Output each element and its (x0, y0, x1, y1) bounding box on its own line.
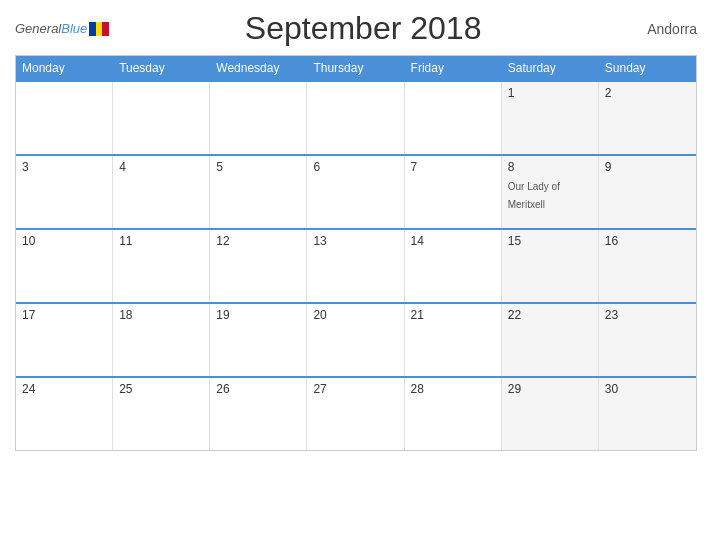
day-number: 16 (605, 234, 690, 248)
cal-cell-w4d1: 25 (113, 378, 210, 450)
cal-cell-w2d6: 16 (599, 230, 696, 302)
day-number: 24 (22, 382, 106, 396)
calendar-week-4: 17181920212223 (16, 302, 696, 376)
svg-rect-1 (96, 22, 102, 36)
cal-cell-w4d2: 26 (210, 378, 307, 450)
day-number: 12 (216, 234, 300, 248)
logo-blue-text: Blue (61, 21, 87, 36)
header-day-tuesday: Tuesday (113, 56, 210, 80)
cal-cell-w0d1 (113, 82, 210, 154)
cal-cell-w1d0: 3 (16, 156, 113, 228)
cal-cell-w4d3: 27 (307, 378, 404, 450)
cal-cell-w3d4: 21 (405, 304, 502, 376)
day-number: 7 (411, 160, 495, 174)
day-number: 10 (22, 234, 106, 248)
cal-cell-w0d0 (16, 82, 113, 154)
calendar-week-3: 10111213141516 (16, 228, 696, 302)
cal-cell-w2d5: 15 (502, 230, 599, 302)
cal-cell-w3d0: 17 (16, 304, 113, 376)
cal-cell-w0d4 (405, 82, 502, 154)
day-number: 22 (508, 308, 592, 322)
calendar-header: MondayTuesdayWednesdayThursdayFridaySatu… (16, 56, 696, 80)
header-day-wednesday: Wednesday (210, 56, 307, 80)
day-number: 18 (119, 308, 203, 322)
day-number: 20 (313, 308, 397, 322)
cal-cell-w1d6: 9 (599, 156, 696, 228)
day-number: 17 (22, 308, 106, 322)
header-day-saturday: Saturday (502, 56, 599, 80)
cal-cell-w2d0: 10 (16, 230, 113, 302)
day-number: 1 (508, 86, 592, 100)
calendar-week-1: 12 (16, 80, 696, 154)
logo-general-text: General (15, 21, 61, 36)
day-number: 3 (22, 160, 106, 174)
day-number: 25 (119, 382, 203, 396)
day-number: 5 (216, 160, 300, 174)
page: General Blue September 2018 Andorra Mond… (0, 0, 712, 550)
day-event: Our Lady of Meritxell (508, 181, 560, 210)
header-day-monday: Monday (16, 56, 113, 80)
cal-cell-w3d1: 18 (113, 304, 210, 376)
day-number: 28 (411, 382, 495, 396)
cal-cell-w1d2: 5 (210, 156, 307, 228)
calendar-week-2: 345678Our Lady of Meritxell9 (16, 154, 696, 228)
country-name: Andorra (617, 21, 697, 37)
cal-cell-w2d2: 12 (210, 230, 307, 302)
logo-flag-icon (89, 22, 109, 36)
day-number: 9 (605, 160, 690, 174)
cal-cell-w0d5: 1 (502, 82, 599, 154)
header-day-thursday: Thursday (307, 56, 404, 80)
day-number: 11 (119, 234, 203, 248)
header: General Blue September 2018 Andorra (15, 10, 697, 47)
day-number: 23 (605, 308, 690, 322)
cal-cell-w0d2 (210, 82, 307, 154)
logo: General Blue (15, 21, 109, 36)
cal-cell-w0d3 (307, 82, 404, 154)
cal-cell-w1d5: 8Our Lady of Meritxell (502, 156, 599, 228)
day-number: 19 (216, 308, 300, 322)
cal-cell-w2d4: 14 (405, 230, 502, 302)
cal-cell-w2d1: 11 (113, 230, 210, 302)
header-day-sunday: Sunday (599, 56, 696, 80)
day-number: 8 (508, 160, 592, 174)
cal-cell-w0d6: 2 (599, 82, 696, 154)
cal-cell-w1d4: 7 (405, 156, 502, 228)
day-number: 30 (605, 382, 690, 396)
calendar-title: September 2018 (109, 10, 617, 47)
day-number: 27 (313, 382, 397, 396)
day-number: 29 (508, 382, 592, 396)
cal-cell-w4d5: 29 (502, 378, 599, 450)
cal-cell-w2d3: 13 (307, 230, 404, 302)
svg-rect-0 (89, 22, 96, 36)
day-number: 21 (411, 308, 495, 322)
day-number: 14 (411, 234, 495, 248)
day-number: 2 (605, 86, 690, 100)
cal-cell-w3d6: 23 (599, 304, 696, 376)
cal-cell-w3d3: 20 (307, 304, 404, 376)
calendar-body: 12345678Our Lady of Meritxell91011121314… (16, 80, 696, 450)
day-number: 15 (508, 234, 592, 248)
cal-cell-w3d2: 19 (210, 304, 307, 376)
header-day-friday: Friday (405, 56, 502, 80)
day-number: 4 (119, 160, 203, 174)
cal-cell-w4d6: 30 (599, 378, 696, 450)
calendar: MondayTuesdayWednesdayThursdayFridaySatu… (15, 55, 697, 451)
cal-cell-w4d4: 28 (405, 378, 502, 450)
calendar-week-5: 24252627282930 (16, 376, 696, 450)
cal-cell-w1d3: 6 (307, 156, 404, 228)
cal-cell-w3d5: 22 (502, 304, 599, 376)
cal-cell-w1d1: 4 (113, 156, 210, 228)
cal-cell-w4d0: 24 (16, 378, 113, 450)
day-number: 6 (313, 160, 397, 174)
day-number: 13 (313, 234, 397, 248)
svg-rect-2 (102, 22, 109, 36)
day-number: 26 (216, 382, 300, 396)
